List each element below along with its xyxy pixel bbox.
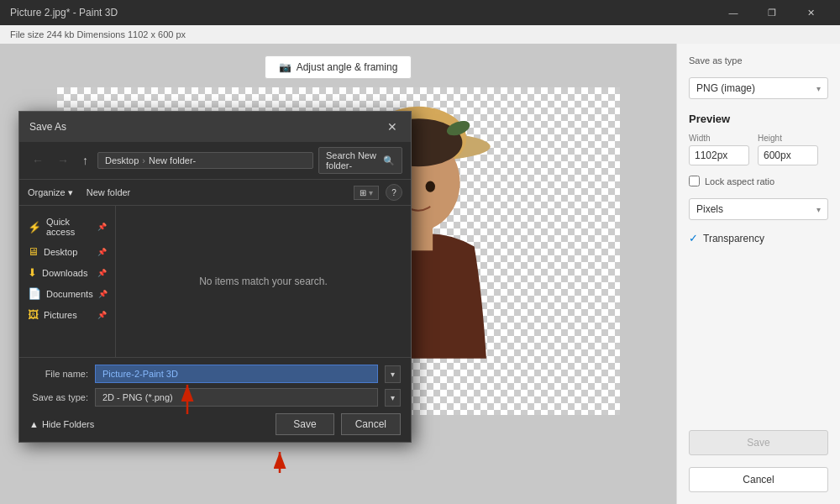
pin-icon-pictures: 📌: [97, 311, 107, 319]
transparency-row: ✓ Transparency: [689, 232, 828, 244]
height-input[interactable]: 600px: [758, 145, 818, 165]
save-as-type-label: Save as type: [689, 55, 828, 66]
lock-aspect-ratio-row: Lock aspect ratio: [689, 176, 828, 186]
maximize-button[interactable]: ❐: [753, 0, 791, 25]
filename-row: File name: ▾: [29, 365, 401, 383]
minimize-button[interactable]: —: [714, 0, 753, 25]
canvas-area: 📷 Adjust angle & framing: [0, 44, 676, 504]
transparency-label: Transparency: [703, 233, 764, 244]
app-title: Picture 2.jpg* - Paint 3D: [10, 7, 118, 18]
nav-forward-button[interactable]: →: [53, 152, 73, 169]
organize-button[interactable]: Organize ▾: [28, 187, 73, 198]
downloads-icon: ⬇: [28, 266, 37, 279]
dimensions-row: Width 1102px Height 600px: [689, 134, 828, 165]
pin-icon-desktop: 📌: [97, 248, 107, 256]
hide-folders-button[interactable]: ▲ Hide Folders: [29, 419, 94, 429]
new-folder-button[interactable]: New folder: [87, 187, 131, 197]
dialog-cancel-button[interactable]: Cancel: [341, 413, 401, 435]
dialog-nav: ← → ↑ Desktop › New folder- Search New f…: [19, 142, 411, 180]
sidebar-item-downloads[interactable]: ⬇ Downloads 📌: [19, 262, 115, 283]
lock-aspect-ratio-checkbox[interactable]: [689, 176, 700, 186]
dialog-actions: ▲ Hide Folders Save Cancel: [29, 413, 401, 435]
right-panel: Save as type PNG (image) ▾ Preview Width…: [676, 44, 840, 504]
lock-aspect-ratio-label: Lock aspect ratio: [705, 176, 774, 186]
save-as-dialog: Save As ✕ ← → ↑ Desktop › New folder- Se…: [18, 111, 412, 443]
dialog-toolbar: Organize ▾ New folder ⊞ ▾ ?: [19, 180, 411, 206]
pin-icon-documents: 📌: [98, 290, 108, 298]
nav-back-button[interactable]: ←: [28, 152, 48, 169]
help-button[interactable]: ?: [386, 184, 402, 201]
width-group: Width 1102px: [689, 134, 749, 165]
savetype-select[interactable]: 2D - PNG (*.png): [95, 388, 378, 407]
breadcrumb-root: Desktop: [105, 155, 139, 165]
save-as-type-dropdown[interactable]: PNG (image) ▾: [689, 77, 828, 99]
svg-point-6: [425, 181, 434, 192]
height-label: Height: [758, 134, 818, 143]
units-chevron-icon: ▾: [816, 205, 821, 214]
title-bar: Picture 2.jpg* - Paint 3D — ❐ ✕: [0, 0, 840, 25]
close-button[interactable]: ✕: [791, 0, 830, 25]
dialog-title: Save As: [29, 121, 66, 133]
cancel-button[interactable]: Cancel: [689, 467, 828, 492]
dropdown-chevron-icon: ▾: [816, 84, 821, 93]
dialog-button-group: Save Cancel: [276, 413, 401, 435]
dialog-footer: File name: ▾ Save as type: 2D - PNG (*.p…: [19, 357, 411, 442]
save-as-type-value: PNG (image): [696, 82, 755, 94]
preview-title: Preview: [689, 113, 828, 125]
pictures-icon: 🖼: [28, 308, 39, 321]
search-placeholder: Search New folder-: [326, 150, 383, 171]
savetype-dropdown-button[interactable]: ▾: [385, 389, 401, 407]
adjust-angle-button[interactable]: 📷 Adjust angle & framing: [265, 55, 412, 79]
dialog-close-button[interactable]: ✕: [384, 118, 401, 135]
sidebar-item-pictures[interactable]: 🖼 Pictures 📌: [19, 304, 115, 325]
dialog-content: No items match your search.: [116, 206, 411, 357]
width-input[interactable]: 1102px: [689, 145, 749, 165]
subtitle-bar: File size 244 kb Dimensions 1102 x 600 p…: [0, 25, 840, 44]
sidebar-item-desktop[interactable]: 🖥 Desktop 📌: [19, 241, 115, 262]
desktop-icon: 🖥: [28, 245, 39, 258]
sidebar-item-quickaccess[interactable]: ⚡ Quick access 📌: [19, 213, 115, 241]
search-bar[interactable]: Search New folder- 🔍: [318, 147, 402, 174]
pin-icon-downloads: 📌: [97, 269, 107, 277]
title-bar-controls: — ❐ ✕: [714, 0, 830, 25]
camera-icon: 📷: [279, 61, 291, 73]
title-bar-left: Picture 2.jpg* - Paint 3D: [10, 7, 118, 18]
filename-dropdown-button[interactable]: ▾: [385, 365, 401, 383]
filename-input[interactable]: [95, 365, 378, 383]
search-icon: 🔍: [383, 155, 395, 166]
pin-icon: 📌: [97, 223, 107, 231]
dialog-sidebar: ⚡ Quick access 📌 🖥 Desktop 📌 ⬇ Downloads…: [19, 206, 116, 357]
breadcrumb-separator: ›: [142, 155, 145, 165]
grid-icon: ⊞: [360, 188, 366, 197]
dialog-save-button[interactable]: Save: [276, 413, 333, 435]
quickaccess-icon: ⚡: [28, 221, 41, 234]
sidebar-item-documents[interactable]: 📄 Documents 📌: [19, 283, 115, 304]
filename-label: File name:: [29, 369, 88, 379]
width-label: Width: [689, 134, 749, 143]
no-items-text: No items match your search.: [199, 276, 328, 287]
dialog-body: ⚡ Quick access 📌 🖥 Desktop 📌 ⬇ Downloads…: [19, 206, 411, 357]
main-layout: 📷 Adjust angle & framing: [0, 44, 840, 504]
nav-up-button[interactable]: ↑: [78, 152, 92, 169]
documents-icon: 📄: [28, 287, 41, 300]
chevron-down-icon: ▾: [369, 188, 373, 197]
savetype-label: Save as type:: [29, 392, 88, 402]
dialog-titlebar: Save As ✕: [19, 112, 411, 142]
savetype-row: Save as type: 2D - PNG (*.png) ▾: [29, 388, 401, 407]
checkmark-icon: ✓: [689, 232, 698, 244]
save-button[interactable]: Save: [689, 430, 828, 455]
breadcrumb-bar[interactable]: Desktop › New folder-: [97, 152, 313, 169]
breadcrumb-folder: New folder-: [149, 155, 196, 165]
units-value: Pixels: [696, 203, 723, 215]
chevron-up-icon: ▲: [29, 419, 39, 429]
height-group: Height 600px: [758, 134, 818, 165]
toolbar-right: ⊞ ▾ ?: [354, 184, 402, 201]
view-toggle-button[interactable]: ⊞ ▾: [354, 186, 379, 200]
file-info: File size 244 kb Dimensions 1102 x 600 p…: [10, 29, 186, 39]
units-dropdown[interactable]: Pixels ▾: [689, 198, 828, 220]
